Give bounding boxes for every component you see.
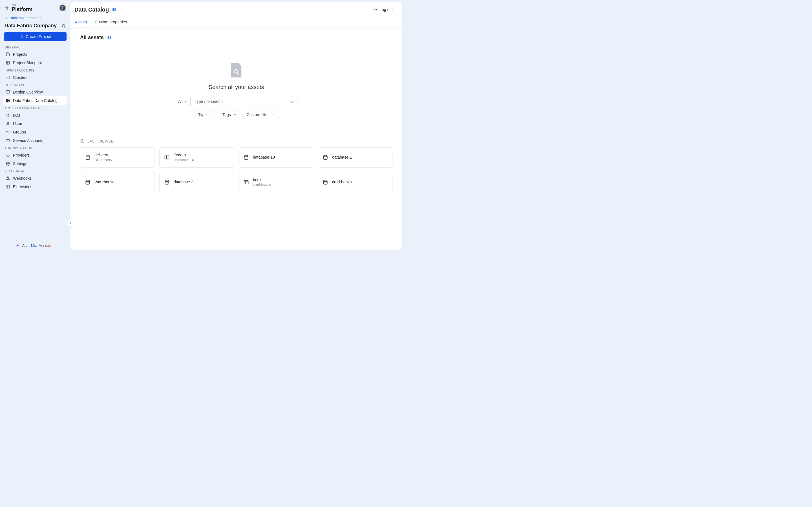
asset-card[interactable]: Ordersdatabase-10: [159, 147, 234, 168]
tab-label: Assets: [75, 20, 87, 24]
page-title-text: Data Catalog: [74, 6, 109, 13]
tab-custom-properties[interactable]: Custom properties: [94, 16, 128, 28]
asset-card[interactable]: database-3: [159, 172, 234, 192]
sheet-icon: [85, 155, 91, 160]
card-title: database-10: [253, 155, 275, 160]
asset-card[interactable]: database-10: [239, 147, 313, 168]
company-badge-icon[interactable]: [59, 4, 66, 11]
sidebar-item-label: Data Fabric Data Catalog: [13, 98, 57, 103]
card-title: crud-books: [332, 180, 352, 185]
sparkle-icon: [16, 244, 20, 247]
sidebar-item-users[interactable]: Users: [3, 119, 67, 128]
asset-card[interactable]: crud-books: [318, 172, 393, 192]
presentation-icon: [6, 90, 10, 94]
asset-card[interactable]: bookscrud-books: [239, 172, 313, 192]
sidebar-item-label: Webhooks: [13, 176, 32, 180]
asset-card[interactable]: deliveryDBdelivery: [80, 147, 155, 168]
brand-logo[interactable]: mia Platform: [4, 4, 33, 12]
create-project-button[interactable]: Create Project: [4, 32, 66, 41]
select-label: All: [178, 99, 183, 104]
card-title: database-3: [174, 180, 193, 185]
svg-rect-5: [6, 61, 10, 64]
card-title: books: [253, 177, 271, 182]
gear-icon: [6, 161, 10, 166]
sidebar-item-blueprint[interactable]: Project Blueprint: [3, 59, 67, 67]
hero-title: Search all your assets: [209, 84, 264, 91]
sidebar-item-settings[interactable]: Settings: [3, 159, 67, 168]
book-icon[interactable]: [112, 7, 116, 12]
svg-rect-32: [244, 180, 248, 184]
globe-icon: [6, 98, 10, 103]
asset-search-input[interactable]: [193, 97, 290, 106]
svg-rect-27: [165, 156, 169, 159]
db-icon: [164, 179, 170, 185]
company-name: Data Fabric Company: [4, 23, 57, 29]
sidebar-item-label: Extensions: [13, 184, 32, 189]
sub-title: All assets: [80, 35, 104, 41]
tab-assets[interactable]: Assets: [74, 16, 87, 28]
asset-card[interactable]: Warehouse: [80, 172, 155, 192]
sidebar-item-clusters[interactable]: Clusters: [3, 73, 67, 82]
card-subtitle: crud-books: [253, 182, 271, 187]
logout-button[interactable]: Log out: [369, 5, 397, 14]
section-infrastructure: INFRASTRUCTURE: [3, 67, 67, 73]
svg-point-10: [7, 114, 8, 115]
sidebar-item-label: Project Blueprint: [13, 61, 42, 65]
sidebar-item-extensions[interactable]: Extensions: [3, 182, 67, 191]
card-subtitle: DBdelivery: [94, 158, 112, 162]
sidebar-item-label: Clusters: [13, 75, 28, 80]
db-icon: [322, 155, 328, 160]
sidebar-item-service-accounts[interactable]: Service Accounts: [3, 136, 67, 145]
briefcase-icon: [6, 138, 10, 143]
cloud-icon: [6, 153, 10, 158]
chevron-down-icon: [209, 113, 212, 116]
chevron-left-icon: [69, 221, 72, 225]
svg-point-33: [323, 180, 327, 181]
search-icon: [290, 99, 294, 104]
svg-point-24: [291, 100, 293, 103]
collapse-sidebar-button[interactable]: [67, 219, 74, 227]
section-general: GENERAL: [3, 44, 67, 50]
sidebar-item-label: Service Accounts: [13, 138, 43, 143]
sidebar-item-groups[interactable]: Groups: [3, 128, 67, 136]
back-to-companies-link[interactable]: Back to Companies: [3, 16, 67, 20]
asset-card[interactable]: database-1: [318, 147, 393, 168]
svg-rect-6: [6, 76, 10, 77]
blueprint-icon: [6, 61, 10, 65]
filter-custom[interactable]: Custom filter: [243, 110, 278, 119]
search-scope-select[interactable]: All: [175, 97, 191, 106]
create-project-label: Create Project: [26, 34, 51, 39]
filter-type[interactable]: Type: [195, 110, 216, 119]
sidebar-item-providers[interactable]: Providers: [3, 151, 67, 159]
arrow-left-icon: [4, 16, 8, 20]
svg-point-30: [86, 180, 89, 181]
svg-point-13: [6, 131, 8, 132]
filter-tags[interactable]: Tags: [219, 110, 240, 119]
sidebar-item-webhooks[interactable]: Webhooks: [3, 174, 67, 182]
sidebar-item-data-catalog[interactable]: Data Fabric Data Catalog: [3, 96, 67, 105]
section-platforge: PLATFORGE: [3, 168, 67, 174]
sidebar-item-label: Settings: [13, 161, 28, 166]
ask-assistant-button[interactable]: Ask Mia-Assistant: [3, 240, 67, 251]
webhook-icon: [6, 176, 10, 180]
logout-label: Log out: [379, 7, 393, 12]
card-title: database-1: [332, 155, 352, 160]
section-governance: GOVERNANCE: [3, 82, 67, 88]
card-title: Orders: [174, 153, 194, 158]
section-admin: ADMINISTRATION: [3, 145, 67, 151]
card-subtitle: database-10: [174, 158, 194, 162]
chevron-down-icon: [233, 113, 237, 116]
sidebar-item-design[interactable]: Design Overview: [3, 88, 67, 96]
sidebar-item-projects[interactable]: Projects: [3, 50, 67, 59]
db-icon: [243, 155, 249, 160]
chevron-down-icon: [184, 100, 188, 103]
db-icon: [322, 179, 328, 185]
back-link-label: Back to Companies: [10, 16, 42, 20]
sidebar-search-icon[interactable]: [61, 24, 66, 28]
svg-point-28: [244, 155, 248, 157]
clock-icon: [80, 139, 85, 144]
sidebar-item-iam[interactable]: IAM: [3, 111, 67, 119]
chip-label: Tags: [222, 112, 231, 117]
book-icon[interactable]: [107, 36, 111, 40]
file-icon: [6, 52, 10, 57]
